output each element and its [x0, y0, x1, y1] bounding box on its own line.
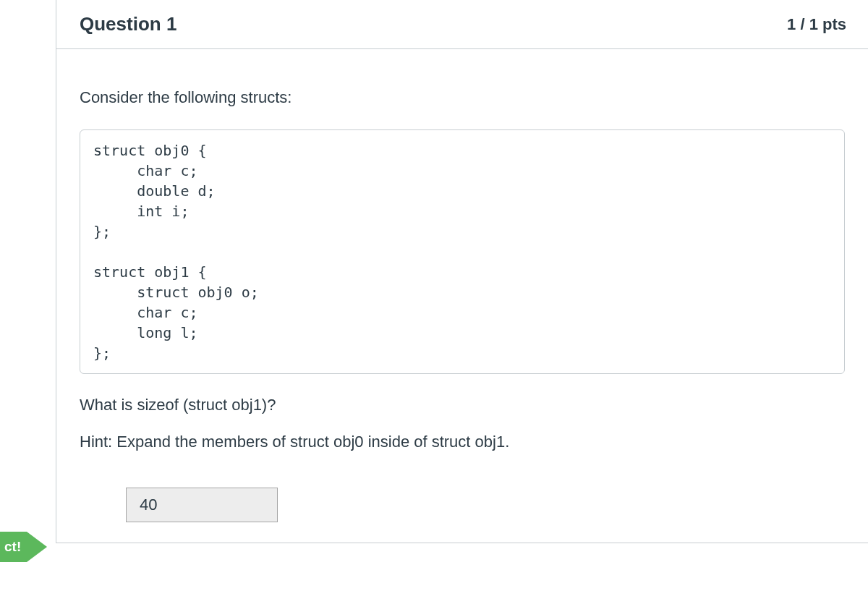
correct-flag-label: ct! [0, 532, 27, 562]
question-prompt: Consider the following structs: [80, 87, 845, 109]
question-card: Question 1 1 / 1 pts Consider the follow… [56, 0, 868, 543]
question-text: What is sizeof (struct obj1)? [80, 394, 845, 417]
flag-arrow-icon [27, 532, 47, 562]
question-title: Question 1 [80, 13, 176, 35]
question-points: 1 / 1 pts [787, 15, 846, 34]
question-header: Question 1 1 / 1 pts [56, 0, 868, 49]
answer-input[interactable] [126, 488, 278, 522]
question-body: Consider the following structs: struct o… [56, 49, 868, 543]
answer-row [80, 488, 845, 522]
question-hint: Hint: Expand the members of struct obj0 … [80, 431, 845, 454]
correct-flag: ct! [0, 532, 47, 562]
code-block: struct obj0 { char c; double d; int i; }… [80, 129, 845, 374]
page-root: Question 1 1 / 1 pts Consider the follow… [0, 0, 868, 591]
